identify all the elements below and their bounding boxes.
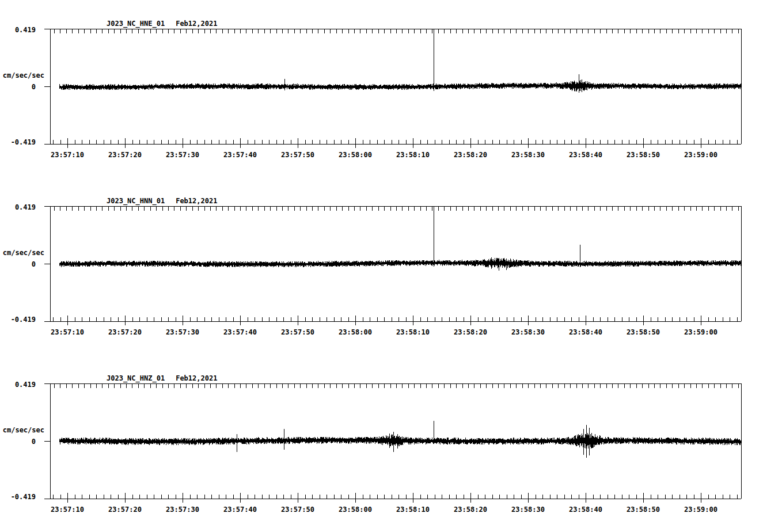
x-tick-label: 23:57:10: [51, 329, 84, 336]
panel2-yzero-label: 0: [0, 261, 36, 268]
panel1-ymax-label: 0.419: [0, 26, 36, 34]
x-tick-label: 23:58:40: [569, 506, 602, 514]
x-tick-label: 23:58:50: [627, 151, 660, 159]
x-tick-label: 23:58:20: [454, 329, 487, 336]
panel1-yzero-label: 0: [0, 83, 36, 91]
panel1-yunit-label: cm/sec/sec: [0, 72, 44, 79]
panel3-station-label: J023_NC_HNZ_01: [107, 374, 165, 382]
x-tick-label: 23:57:40: [223, 151, 257, 159]
panel2-station-label: J023_NC_HNN_01: [107, 197, 165, 205]
x-tick-label: 23:58:40: [569, 329, 602, 336]
x-tick-label: 23:57:50: [281, 329, 314, 336]
panel3-yunit-label: cm/sec/sec: [0, 427, 44, 434]
x-tick-label: 23:58:10: [396, 506, 430, 514]
panel1-date-label: Feb12,2021: [176, 20, 217, 28]
panel2-ymin-label: -0.419: [0, 316, 36, 324]
x-tick-label: 23:58:20: [454, 506, 487, 514]
x-tick-label: 23:58:00: [339, 151, 372, 159]
panel3-ymax-label: 0.419: [0, 381, 36, 389]
x-tick-label: 23:58:30: [511, 329, 545, 336]
x-tick-label: 23:57:30: [166, 506, 199, 514]
x-tick-label: 23:58:00: [339, 506, 372, 514]
x-tick-label: 23:57:20: [108, 151, 142, 159]
panel2-title: J023_NC_HNN_01Feb12,2021: [107, 197, 217, 205]
waveform-trace-J023_NC_HNZ_01: [59, 433, 741, 450]
seismogram-screen: J023_NC_HNE_01Feb12,2021 0.419 cm/sec/se…: [0, 0, 782, 532]
panel3-date-label: Feb12,2021: [176, 374, 217, 382]
x-tick-label: 23:57:50: [281, 506, 314, 514]
waveform-trace-J023_NC_HNE_01: [59, 80, 741, 92]
x-tick-label: 23:59:00: [684, 506, 718, 514]
x-tick-label: 23:57:30: [166, 329, 199, 336]
x-tick-label: 23:58:50: [627, 329, 660, 336]
x-tick-label: 23:58:30: [511, 506, 545, 514]
x-tick-label: 23:58:50: [627, 506, 660, 514]
x-tick-label: 23:57:10: [51, 151, 84, 159]
panel3-title: J023_NC_HNZ_01Feb12,2021: [107, 375, 217, 382]
waveform-trace-J023_NC_HNN_01: [59, 258, 741, 268]
x-tick-label: 23:59:00: [684, 329, 718, 336]
x-tick-label: 23:57:40: [223, 329, 257, 336]
seismogram-canvas: [0, 0, 782, 532]
panel2-ymax-label: 0.419: [0, 204, 36, 211]
panel1-station-label: J023_NC_HNE_01: [107, 20, 165, 28]
x-tick-label: 23:58:00: [339, 329, 372, 336]
x-tick-label: 23:58:10: [396, 151, 430, 159]
x-tick-label: 23:58:30: [511, 151, 545, 159]
x-tick-label: 23:57:20: [108, 506, 142, 514]
panel2-yunit-label: cm/sec/sec: [0, 249, 44, 257]
x-tick-label: 23:58:20: [454, 151, 487, 159]
panel3-yzero-label: 0: [0, 438, 36, 446]
x-tick-label: 23:57:30: [166, 151, 199, 159]
x-tick-label: 23:57:10: [51, 506, 84, 514]
x-tick-label: 23:57:40: [223, 506, 257, 514]
x-tick-label: 23:58:10: [396, 329, 430, 336]
x-tick-label: 23:57:20: [108, 329, 142, 336]
panel2-date-label: Feb12,2021: [176, 197, 217, 205]
panel1-ymin-label: -0.419: [0, 139, 36, 146]
panel1-title: J023_NC_HNE_01Feb12,2021: [107, 20, 217, 28]
x-tick-label: 23:57:50: [281, 151, 314, 159]
x-tick-label: 23:58:40: [569, 151, 602, 159]
x-tick-label: 23:59:00: [684, 151, 718, 159]
panel3-ymin-label: -0.419: [0, 493, 36, 501]
